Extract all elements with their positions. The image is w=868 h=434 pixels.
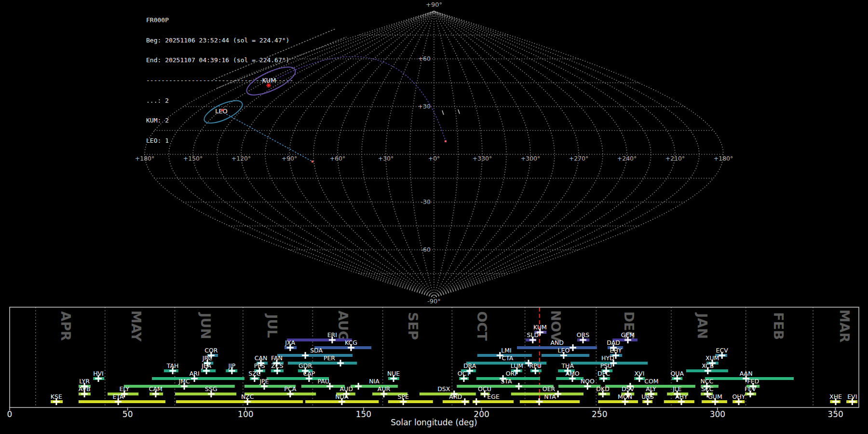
track-end-marker	[312, 161, 313, 163]
longitude-label: +0°	[428, 155, 440, 162]
shower-label-KUM: KUM	[533, 324, 547, 331]
shower-bar-STA	[457, 385, 554, 388]
shower-label-TAH: TAH	[166, 362, 179, 369]
shower-bar-SSG	[175, 393, 236, 395]
shower-label-DRA: DRA	[463, 362, 476, 369]
plot-canvas: +90°-90°+60+30-30-60+180°+150°+120°+90°+…	[0, 0, 868, 434]
month-label-JUL: JUL	[265, 313, 280, 338]
latitude-label: +30	[418, 103, 431, 110]
shower-label-ARD: ARD	[449, 393, 462, 400]
shower-label-JLE: JLE	[672, 385, 682, 393]
shower-bar-NTA	[520, 400, 580, 403]
shower-label-EHY: EHY	[610, 347, 622, 354]
axis-tick-label: 100	[238, 409, 253, 419]
shower-label-OER: OER	[542, 385, 556, 393]
track-end-marker	[445, 140, 447, 142]
shower-label-ORS: ORS	[577, 331, 590, 339]
shower-label-COM: COM	[644, 378, 658, 385]
shower-label-NZC: NZC	[241, 393, 254, 400]
shower-label-OCT: OCT	[458, 370, 471, 377]
shower-label-FAN: FAN	[271, 354, 283, 362]
axis-tick-label: 150	[356, 409, 371, 419]
shower-bar-AND	[517, 346, 597, 349]
grid-meridian	[434, 11, 555, 298]
shower-label-NDA: NDA	[335, 393, 349, 400]
axis-title: Solar longitude (deg)	[391, 418, 477, 427]
shower-label-CAN: CAN	[255, 354, 268, 362]
shower-bar-NZC	[176, 400, 303, 403]
shower-peak-marker-PER	[337, 360, 344, 366]
shower-label-LYR: LYR	[79, 378, 90, 385]
shower-label-ELY: ELY	[119, 385, 129, 393]
shower-label-NIA: NIA	[369, 378, 380, 385]
shower-label-JIP: JIP	[228, 362, 235, 369]
shower-label-DPC: DPC	[597, 370, 610, 377]
shower-label-GDR: GDR	[298, 362, 312, 369]
shower-bar-DSX	[420, 393, 476, 395]
shower-label-FED: FED	[747, 378, 759, 385]
shower-label-KCG: KCG	[345, 339, 357, 346]
shower-label-SCC: SCC	[701, 385, 714, 393]
shower-label-PPS: PPS	[254, 362, 265, 369]
shower-label-COR: COR	[204, 347, 218, 354]
shower-bar-JMC	[124, 385, 235, 388]
shower-label-ARI: ARI	[190, 370, 200, 377]
shower-label-XVI: XVI	[635, 370, 645, 377]
shower-label-SLD: SLD	[527, 331, 539, 339]
pole-label-south: -90°	[427, 298, 441, 305]
shower-label-DSX: DSX	[437, 385, 450, 393]
shower-label-PAU: PAU	[318, 378, 329, 385]
month-label-OCT: OCT	[475, 311, 489, 341]
shower-bar-MON	[598, 400, 638, 403]
axis-tick-label: 300	[710, 409, 725, 419]
shower-label-OCU: OCU	[478, 385, 491, 393]
longitude-label: +180°	[135, 155, 155, 162]
shower-label-CAM: CAM	[149, 385, 163, 393]
longitude-label: +120°	[231, 155, 251, 162]
month-label-SEP: SEP	[406, 312, 420, 340]
shower-bar-KCG	[314, 346, 371, 349]
month-label-MAR: MAR	[837, 310, 852, 343]
shower-label-JEA: JEA	[201, 362, 212, 369]
shower-label-AHY: AHY	[675, 393, 688, 400]
shower-peak-marker-ARD	[461, 398, 468, 405]
shower-label-JMC: JMC	[178, 378, 190, 385]
shower-label-JRC: JRC	[202, 354, 213, 362]
shower-label-ERI: ERI	[327, 331, 337, 339]
latitude-label: +60	[418, 55, 431, 62]
shower-label-FEV: FEV	[745, 385, 756, 393]
shower-label-SSG: SSG	[205, 385, 217, 393]
shower-label-PCA: PCA	[284, 385, 296, 393]
shower-label-NOO: NOO	[581, 378, 595, 385]
shower-label-ALY: ALY	[646, 385, 656, 393]
meteor-activity-screen: FR000P Beg: 20251106 23:52:44 (sol = 224…	[0, 0, 868, 434]
shower-label-AVB: AVB	[79, 385, 91, 393]
shower-label-EGE: EGE	[487, 393, 500, 400]
shower-label-ECV: ECV	[716, 347, 729, 354]
shower-label-RPU: RPU	[529, 362, 541, 369]
shower-label-PSU: PSU	[600, 362, 612, 369]
shower-peak-marker-SDA	[302, 352, 309, 359]
pole-label-north: +90°	[426, 1, 442, 8]
shower-label-MON: MON	[618, 393, 632, 400]
meteor-mark	[458, 109, 460, 114]
shower-label-HVI: HVI	[93, 370, 104, 377]
axis-tick-label: 50	[122, 409, 133, 419]
month-label-MAY: MAY	[129, 311, 144, 342]
latitude-label: -30	[421, 198, 431, 205]
longitude-label: +180°	[714, 155, 733, 162]
meteor-track	[272, 56, 446, 141]
month-label-AUG: AUG	[336, 311, 351, 341]
shower-bar-ERI	[287, 339, 352, 341]
longitude-label: +330°	[473, 155, 492, 162]
shower-label-GEM: GEM	[621, 331, 635, 339]
month-label-NOV: NOV	[548, 310, 563, 342]
shower-label-JPE: JPE	[259, 378, 269, 385]
shower-peak-marker-NTA	[536, 398, 542, 405]
shower-peak-marker-NIA	[355, 383, 362, 390]
shower-label-ORI: ORI	[506, 370, 516, 377]
shower-label-XUM: XUM	[705, 354, 719, 362]
month-label-FEB: FEB	[771, 312, 786, 339]
shower-label-XCB: XCB	[702, 362, 714, 369]
shower-bar-NOO	[558, 385, 600, 388]
